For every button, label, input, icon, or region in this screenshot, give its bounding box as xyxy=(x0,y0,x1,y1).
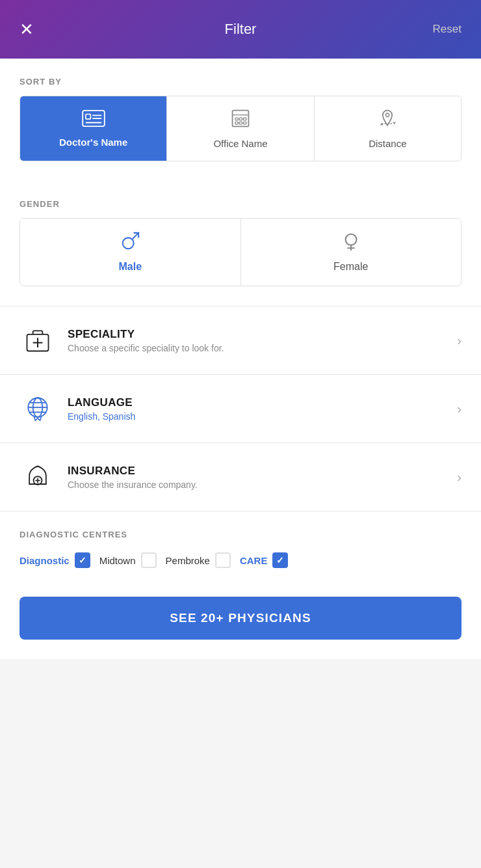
svg-rect-12 xyxy=(243,122,246,124)
svg-line-15 xyxy=(133,233,138,239)
gender-tab-female-label: Female xyxy=(333,261,368,273)
speciality-row[interactable]: SPECIALITY Choose a specific speciality … xyxy=(0,306,481,375)
filter-content: SORT BY Doctor's Name xyxy=(0,59,481,659)
sort-tabs: Doctor's Name Office Name xyxy=(20,96,462,161)
doctor-name-icon xyxy=(81,109,106,131)
language-icon xyxy=(20,390,56,427)
insurance-row[interactable]: INSURANCE Choose the insurance company. … xyxy=(0,443,481,511)
gender-tab-male[interactable]: Male xyxy=(20,219,241,286)
sort-tab-doctor[interactable]: Doctor's Name xyxy=(20,96,167,161)
sort-tab-office[interactable]: Office Name xyxy=(167,96,314,161)
svg-point-13 xyxy=(386,113,389,116)
header: ✕ Filter Reset xyxy=(0,0,481,59)
diag-checkbox-pembroke[interactable] xyxy=(215,552,231,568)
close-button[interactable]: ✕ xyxy=(20,21,34,38)
diag-item-midtown[interactable]: Midtown xyxy=(99,552,157,568)
diag-item-care[interactable]: CARE xyxy=(240,552,289,568)
speciality-chevron: › xyxy=(457,333,462,348)
diag-name-pembroke: Pembroke xyxy=(166,555,210,566)
sort-by-label: SORT BY xyxy=(0,59,481,96)
distance-icon xyxy=(377,108,398,133)
language-chevron: › xyxy=(457,401,462,416)
gender-tabs: Male Female xyxy=(20,218,462,286)
diagnostic-label: DIAGNOSTIC CENTRES xyxy=(20,530,462,539)
speciality-text: SPECIALITY Choose a specific speciality … xyxy=(56,328,450,353)
office-name-icon xyxy=(230,108,251,133)
diag-name-midtown: Midtown xyxy=(99,555,136,566)
diagnostic-section: DIAGNOSTIC CENTRES Diagnostic Midtown Pe… xyxy=(0,511,481,581)
insurance-chevron: › xyxy=(457,470,462,485)
svg-rect-1 xyxy=(86,114,90,118)
speciality-subtitle: Choose a specific speciality to look for… xyxy=(68,343,450,353)
language-title: LANGUAGE xyxy=(68,396,450,409)
svg-point-14 xyxy=(123,237,134,249)
language-text: LANGUAGE English, Spanish xyxy=(56,396,450,422)
svg-point-16 xyxy=(345,234,356,245)
sort-tab-distance-label: Distance xyxy=(369,138,406,149)
diag-checkbox-care[interactable] xyxy=(272,552,288,568)
speciality-icon xyxy=(20,322,56,359)
svg-rect-11 xyxy=(239,122,242,124)
menu-section: SPECIALITY Choose a specific speciality … xyxy=(0,306,481,511)
diag-checkbox-midtown[interactable] xyxy=(141,552,157,568)
gender-label: GENDER xyxy=(0,181,481,218)
svg-rect-9 xyxy=(243,118,246,120)
diagnostic-items: Diagnostic Midtown Pembroke CARE xyxy=(20,552,462,568)
diag-checkbox-diagnostic[interactable] xyxy=(75,552,90,568)
insurance-title: INSURANCE xyxy=(68,465,450,478)
diag-item-pembroke[interactable]: Pembroke xyxy=(166,552,231,568)
sort-tab-doctor-label: Doctor's Name xyxy=(59,137,127,148)
insurance-icon xyxy=(20,459,56,495)
diag-item-diagnostic[interactable]: Diagnostic xyxy=(20,552,90,568)
speciality-title: SPECIALITY xyxy=(68,328,450,341)
gender-tab-female[interactable]: Female xyxy=(241,219,462,286)
svg-rect-8 xyxy=(239,118,242,120)
sort-tab-office-label: Office Name xyxy=(213,138,267,149)
svg-rect-7 xyxy=(235,118,238,120)
insurance-text: INSURANCE Choose the insurance company. xyxy=(56,465,450,490)
bottom-bar: SEE 20+ PHYSICIANS xyxy=(0,581,481,659)
reset-button[interactable]: Reset xyxy=(433,23,462,36)
female-icon xyxy=(341,232,361,256)
see-physicians-button[interactable]: SEE 20+ PHYSICIANS xyxy=(20,597,462,640)
language-row[interactable]: LANGUAGE English, Spanish › xyxy=(0,375,481,443)
diag-name-care: CARE xyxy=(240,555,268,566)
diag-name-diagnostic: Diagnostic xyxy=(20,555,70,566)
sort-tab-distance[interactable]: Distance xyxy=(315,96,461,161)
insurance-subtitle: Choose the insurance company. xyxy=(68,480,450,490)
gender-tab-male-label: Male xyxy=(118,261,142,273)
svg-rect-10 xyxy=(235,122,238,124)
language-subtitle: English, Spanish xyxy=(68,411,450,422)
header-title: Filter xyxy=(225,21,257,38)
male-icon xyxy=(120,232,140,256)
